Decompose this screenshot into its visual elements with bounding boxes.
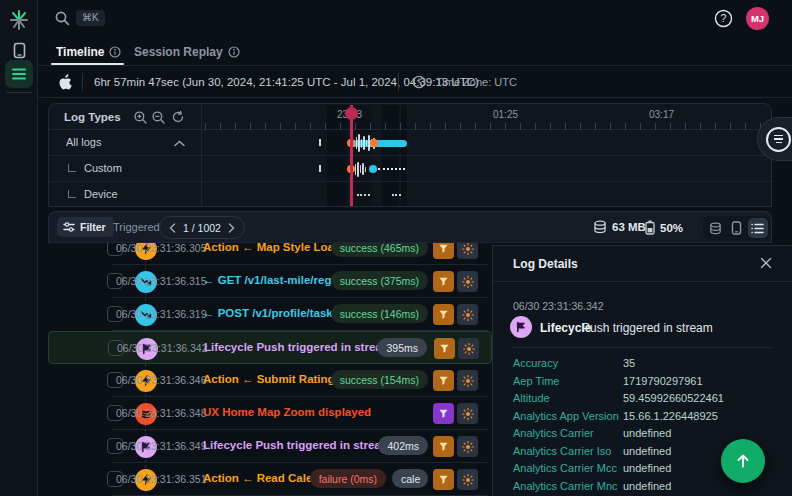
log-time: 06/30 23:31:36.319 (116, 308, 207, 320)
topbar: ⌘K ? MJ (38, 0, 792, 38)
log-row[interactable]: 06/30 23:31:36.305 Action ← Map Style Lo… (48, 243, 492, 265)
row-highlight-button[interactable] (457, 271, 478, 292)
funnel-icon (438, 474, 449, 485)
log-row[interactable]: 06/30 23:31:36.351 Action ← Read Calenda… (48, 463, 492, 496)
apple-icon (57, 73, 74, 91)
timeline-panel: Log Types 23:33 01:25 03:17 All logs (48, 103, 772, 207)
zoom-out-icon[interactable] (151, 110, 166, 125)
event-dot-series (392, 194, 401, 196)
log-row[interactable]: 06/30 23:31:36.348 UX Home Map Zoom disp… (48, 397, 492, 430)
sun-icon (463, 343, 475, 355)
log-message: Action ← Submit Rating (203, 373, 335, 385)
details-header: Log Details (493, 246, 792, 282)
row-highlight-button[interactable] (457, 436, 478, 457)
close-icon[interactable] (759, 256, 775, 272)
row-filter-button[interactable] (433, 304, 454, 325)
status-badge: failure (0ms) (310, 469, 386, 488)
data-view-toggle[interactable] (705, 218, 725, 238)
log-time: 06/30 23:31:36.351 (116, 473, 207, 485)
duration-badge: 395ms (377, 338, 427, 357)
playhead-marker[interactable] (345, 107, 358, 120)
details-message: Push triggered in stream (582, 321, 713, 335)
funnel-icon (438, 309, 449, 320)
detail-field: Aep Time1719790297961 (513, 375, 779, 392)
row-filter-button[interactable] (434, 338, 455, 359)
row-highlight-button[interactable] (457, 243, 478, 259)
device-view-toggle[interactable] (726, 218, 746, 238)
page-indicator: 1 / 1002 (183, 222, 221, 234)
funnel-icon (438, 243, 449, 254)
row-highlight-button[interactable] (457, 304, 478, 325)
tree-corner-icon (68, 164, 76, 172)
log-row[interactable]: 06/30 23:31:36.349 Lifecycle Push trigge… (48, 430, 492, 463)
log-row[interactable]: 06/30 23:31:36.315 ← GET /v1/last-mile/r… (48, 265, 492, 298)
divider (398, 73, 399, 91)
detail-field: Analytics App Version15.66.1.226448925 (513, 410, 779, 427)
funnel-icon (439, 343, 450, 354)
avatar[interactable]: MJ (746, 7, 769, 30)
event-marker[interactable] (369, 165, 377, 173)
battery-icon (645, 220, 655, 235)
row-filter-button[interactable] (433, 469, 454, 490)
tab-session-replay[interactable]: Session Replay (134, 38, 240, 65)
row-filter-button[interactable] (433, 403, 454, 424)
log-time: 06/30 23:31:36.342 (117, 342, 208, 354)
timeline-row-custom[interactable]: Custom (49, 156, 771, 182)
memory-meter: 63 MB (593, 220, 646, 234)
chevron-right-icon[interactable] (228, 223, 235, 233)
log-time: 06/30 23:31:36.348 (116, 407, 207, 419)
row-highlight-button[interactable] (457, 469, 478, 490)
list-view-toggle[interactable] (748, 218, 768, 238)
row-filter-button[interactable] (433, 271, 454, 292)
divider (82, 73, 83, 91)
detail-field: Accuracy35 (513, 357, 779, 374)
sidebar-divider (6, 92, 32, 93)
playhead-line[interactable] (350, 105, 353, 207)
timeline-row-device[interactable]: Device (49, 182, 771, 207)
row-filter-button[interactable] (433, 436, 454, 457)
event-marker[interactable] (370, 139, 378, 147)
filter-button[interactable]: Filter (57, 217, 114, 237)
row-highlight-button[interactable] (458, 338, 479, 359)
chevron-up-icon[interactable] (174, 140, 185, 147)
log-row-selected[interactable]: 06/30 23:31:36.342 Lifecycle Push trigge… (48, 331, 492, 364)
log-time: 06/30 23:31:36.315 (116, 275, 207, 287)
tree-corner-icon (68, 190, 76, 198)
log-message: Lifecycle Push triggered in stream (203, 439, 391, 451)
zoom-in-icon[interactable] (133, 110, 148, 125)
help-icon[interactable]: ? (714, 9, 733, 28)
app-logo-icon[interactable] (5, 6, 33, 34)
filter-sliders-icon (63, 221, 75, 233)
row-highlight-button[interactable] (457, 403, 478, 424)
log-time: 06/30 23:31:36.346 (116, 374, 207, 386)
search-icon[interactable] (54, 10, 71, 27)
timeline-row-all-logs[interactable]: All logs (49, 130, 771, 156)
status-badge: success (465ms) (331, 243, 428, 257)
log-row[interactable]: 06/30 23:31:36.346 Action ← Submit Ratin… (48, 364, 492, 397)
sessions-nav-icon[interactable] (5, 60, 33, 88)
chevron-left-icon[interactable] (169, 223, 176, 233)
event-tick (319, 139, 321, 146)
duration-badge: 402ms (378, 436, 428, 455)
tabs-bar: Timeline Session Replay (38, 38, 792, 66)
log-toolbar: Filter Triggered 1 / 1002 63 MB 50% (48, 211, 772, 243)
arrow-up-icon (735, 453, 751, 469)
event-dot-series (378, 168, 405, 170)
log-row[interactable]: 06/30 23:31:36.319 ← POST /v1/profile/ta… (48, 298, 492, 331)
row-highlight-button[interactable] (457, 370, 478, 391)
log-time: 06/30 23:31:36.349 (116, 440, 207, 452)
tab-timeline[interactable]: Timeline (56, 38, 121, 65)
scroll-top-button[interactable] (721, 439, 765, 483)
database-icon (593, 220, 607, 234)
reset-zoom-icon[interactable] (171, 110, 186, 125)
sun-icon (462, 408, 474, 420)
details-title: Log Details (513, 257, 578, 271)
sun-icon (462, 309, 474, 321)
battery-meter: 50% (645, 220, 683, 235)
row-filter-button[interactable] (433, 370, 454, 391)
row-filter-button[interactable] (433, 243, 454, 259)
pagination: 1 / 1002 (159, 216, 245, 239)
details-timestamp: 06/30 23:31:36.342 (513, 300, 604, 312)
sun-icon (462, 474, 474, 486)
log-message: Lifecycle Push triggered in stream (204, 341, 392, 353)
